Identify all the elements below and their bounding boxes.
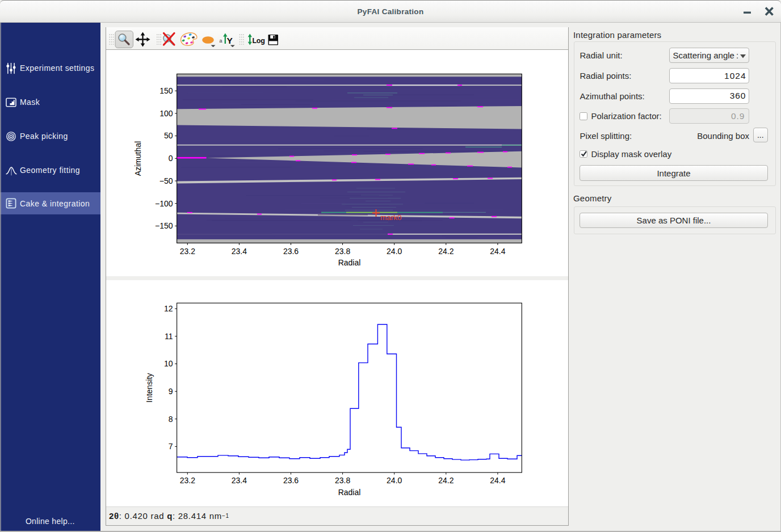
svg-text:0: 0 xyxy=(169,154,173,163)
svg-text:23.2: 23.2 xyxy=(180,476,195,485)
svg-text:−150: −150 xyxy=(155,221,173,230)
svg-text:24.4: 24.4 xyxy=(490,476,505,485)
svg-text:Azimuthal: Azimuthal xyxy=(133,141,142,176)
svg-text:23.4: 23.4 xyxy=(232,247,247,256)
svg-text:Log: Log xyxy=(253,37,265,45)
svg-text:Radial: Radial xyxy=(338,258,361,267)
svg-text:150: 150 xyxy=(159,86,173,95)
svg-text:23.4: 23.4 xyxy=(232,476,247,485)
svg-text:23.6: 23.6 xyxy=(283,476,299,485)
svg-text:11: 11 xyxy=(165,332,173,341)
svg-text:24.0: 24.0 xyxy=(387,247,402,256)
svg-text:24.2: 24.2 xyxy=(438,476,454,485)
svg-text:Y: Y xyxy=(227,36,233,45)
svg-text:8: 8 xyxy=(169,415,173,424)
svg-text:9: 9 xyxy=(169,387,173,396)
svg-text:mark0: mark0 xyxy=(380,213,402,222)
svg-text:24.2: 24.2 xyxy=(438,247,454,256)
svg-text:23.2: 23.2 xyxy=(180,247,195,256)
svg-text:−100: −100 xyxy=(155,199,173,208)
svg-text:24.4: 24.4 xyxy=(490,247,505,256)
svg-text:100: 100 xyxy=(159,109,173,118)
svg-text:23.8: 23.8 xyxy=(335,247,350,256)
svg-text:12: 12 xyxy=(164,304,173,313)
svg-text:23.6: 23.6 xyxy=(283,247,299,256)
svg-text:10: 10 xyxy=(164,359,173,368)
svg-text:7: 7 xyxy=(169,442,173,451)
svg-text:Intensity: Intensity xyxy=(145,373,154,403)
svg-text:Radial: Radial xyxy=(338,488,361,497)
svg-text:50: 50 xyxy=(164,131,173,140)
svg-text:23.8: 23.8 xyxy=(335,476,350,485)
svg-text:a: a xyxy=(220,38,222,44)
svg-text:24.0: 24.0 xyxy=(387,476,402,485)
svg-text:−50: −50 xyxy=(159,176,173,185)
